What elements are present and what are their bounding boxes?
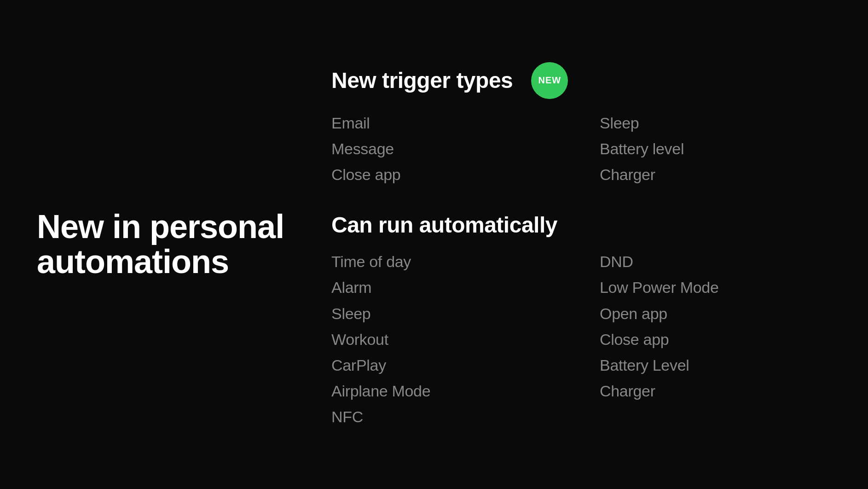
- auto-close-app: Close app: [600, 329, 831, 349]
- section1-title: New trigger types: [331, 68, 513, 93]
- section1-header: New trigger types NEW: [331, 62, 831, 99]
- auto-battery-level: Battery Level: [600, 355, 831, 375]
- auto-alarm: Alarm: [331, 277, 563, 297]
- left-panel: New in personal automations: [0, 210, 285, 279]
- auto-dnd: DND: [600, 251, 831, 272]
- auto-time-of-day: Time of day: [331, 251, 563, 272]
- trigger-charger: Charger: [600, 164, 831, 185]
- auto-carplay: CarPlay: [331, 355, 563, 375]
- right-panel: New trigger types NEW Email Sleep Messag…: [285, 35, 868, 455]
- auto-sleep: Sleep: [331, 303, 563, 324]
- auto-airplane-mode: Airplane Mode: [331, 381, 563, 401]
- section2-header: Can run automatically: [331, 212, 831, 238]
- auto-nfc: NFC: [331, 407, 563, 427]
- auto-charger: Charger: [600, 381, 831, 401]
- trigger-close-app: Close app: [331, 164, 563, 185]
- auto-workout: Workout: [331, 329, 563, 349]
- new-trigger-types-section: New trigger types NEW Email Sleep Messag…: [331, 62, 831, 185]
- can-run-automatically-section: Can run automatically Time of day DND Al…: [331, 212, 831, 427]
- auto-col2-empty: [600, 407, 831, 427]
- trigger-battery-level: Battery level: [600, 139, 831, 159]
- trigger-message: Message: [331, 139, 563, 159]
- section2-title: Can run automatically: [331, 212, 557, 238]
- new-badge: NEW: [531, 62, 568, 99]
- page-title: New in personal automations: [37, 210, 285, 279]
- section2-grid: Time of day DND Alarm Low Power Mode Sle…: [331, 251, 831, 427]
- auto-low-power-mode: Low Power Mode: [600, 277, 831, 297]
- auto-open-app: Open app: [600, 303, 831, 324]
- section1-grid: Email Sleep Message Battery level Close …: [331, 113, 831, 185]
- trigger-sleep: Sleep: [600, 113, 831, 133]
- trigger-email: Email: [331, 113, 563, 133]
